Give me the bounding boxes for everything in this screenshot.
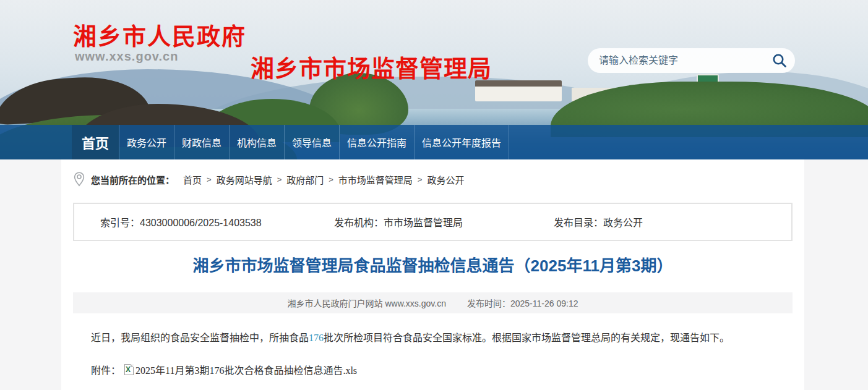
meta-publish-catalog: 发布目录：政务公开 [554,214,791,229]
nav-item-caizhengxinxi[interactable]: 财政信息 [174,125,229,159]
search-button[interactable] [764,48,795,73]
meta-publish-agency: 发布机构：市市场监督管理局 [334,214,554,229]
nav-item-home[interactable]: 首页 [72,125,119,159]
location-pin-icon [74,172,85,187]
header-banner: 湘乡市人民政府 www.xxs.gov.cn 湘乡市市场监督管理局 首页 政务公… [0,0,868,159]
breadcrumb-item-bureau[interactable]: 市市场监督管理局 [338,173,413,186]
article-title: 湘乡市市场监督管理局食品监督抽检信息通告（2025年11月第3期） [61,256,804,276]
publish-time: 发布时间：2025-11-26 09:12 [467,297,578,309]
breadcrumb-item-departments[interactable]: 政府部门 [286,173,324,186]
breadcrumb-separator: > [277,175,282,184]
nav-item-niandubaogao[interactable]: 信息公开年度报告 [414,125,509,159]
search-input[interactable] [588,48,764,73]
department-title: 湘乡市市场监督管理局 [251,49,492,83]
meta-index-number: 索引号：4303000006/2025-1403538 [74,214,334,229]
breadcrumb-item-site-nav[interactable]: 政务网站导航 [217,173,272,186]
meta-agency-label: 发布机构： [334,218,384,228]
search-icon [771,53,788,69]
excel-file-icon [124,364,134,375]
breadcrumb-label: 您当前所在的位置： [91,173,174,186]
document-meta-box: 索引号：4303000006/2025-1403538 发布机构：市市场监督管理… [73,203,793,241]
attachment-label: 附件： [91,362,121,377]
scenery-houses [475,80,562,101]
breadcrumb-item-home[interactable]: 首页 [183,173,202,186]
nav-item-lingdaoxinxi[interactable]: 领导信息 [284,125,339,159]
breadcrumb-separator: > [418,175,423,184]
meta-catalog-value: 政务公开 [603,218,643,228]
search-box[interactable] [588,48,795,73]
breadcrumb-separator: > [329,175,333,184]
breadcrumb-item-gov-info[interactable]: 政务公开 [427,173,464,186]
main-navigation: 首页 政务公开 财政信息 机构信息 领导信息 信息公开指南 信息公开年度报告 [0,125,868,159]
site-logo-url: www.xxs.gov.cn [75,49,178,64]
meta-agency-value: 市市场监督管理局 [384,218,463,228]
publish-info-bar: 湘乡市人民政府门户网站 www.xxs.gov.cn 发布时间：2025-11-… [73,292,793,313]
content-container: 您当前所在的位置： 首页 > 政务网站导航 > 政府部门 > 市市场监督管理局 … [61,159,804,390]
breadcrumb: 您当前所在的位置： 首页 > 政务网站导航 > 政府部门 > 市市场监督管理局 … [61,159,804,187]
attachment-row: 附件： 2025年11月第3期176批次合格食品抽检信息通告.xls [91,362,775,377]
publish-source: 湘乡市人民政府门户网站 www.xxs.gov.cn [288,297,446,309]
breadcrumb-separator: > [207,175,212,184]
nav-item-jigouxinxi[interactable]: 机构信息 [229,125,284,159]
meta-catalog-label: 发布目录： [554,218,603,228]
attachment-link[interactable]: 2025年11月第3期176批次合格食品抽检信息通告.xls [135,362,357,377]
batch-count-highlight: 176 [309,333,324,343]
meta-index-value: 4303000006/2025-1403538 [140,218,262,228]
nav-item-xinxigongkai-zhinan[interactable]: 信息公开指南 [339,125,414,159]
site-logo-title: 湘乡市人民政府 [73,17,246,51]
article-body-paragraph: 近日，我局组织的食品安全监督抽检中，所抽食品176批次所检项目符合食品安全国家标… [91,330,775,346]
nav-item-zhengwugongkai[interactable]: 政务公开 [119,125,174,159]
meta-index-label: 索引号： [100,218,140,228]
